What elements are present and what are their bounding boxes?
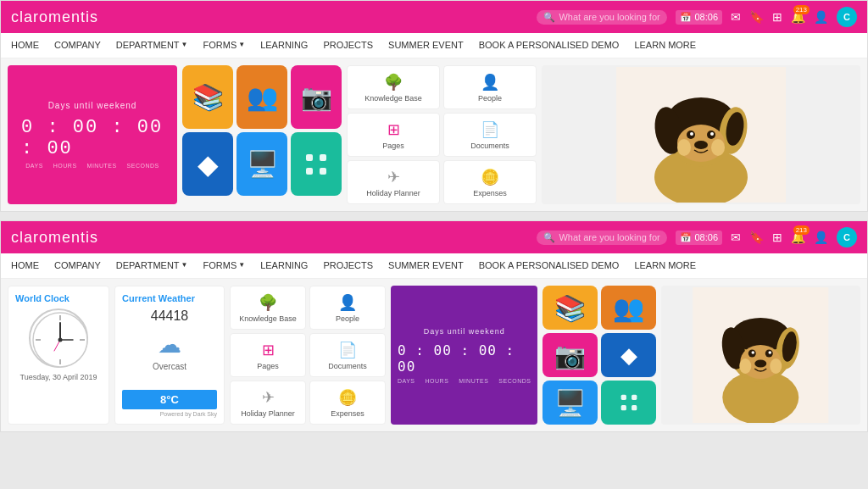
countdown-sublabels-1: DAYS HOURS MINUTES SECONDS [25, 163, 159, 169]
holiday-label-2: Holiday Planner [241, 409, 295, 418]
nav-forms-1[interactable]: FORMS▼ [203, 33, 246, 58]
app-link-people-1[interactable]: 👤 People [443, 65, 537, 109]
nav-demo-2[interactable]: BOOK A PERSONALISED DEMO [479, 253, 620, 278]
dog-svg-1 [542, 67, 860, 203]
icon-tile-group-2[interactable]: 👥 [601, 286, 656, 330]
nav-home-2[interactable]: HOME [11, 253, 39, 278]
svg-rect-0 [306, 154, 313, 161]
search-bar-1[interactable]: 🔍 [537, 10, 667, 25]
nav-demo-1[interactable]: BOOK A PERSONALISED DEMO [479, 33, 620, 58]
icon-tile-slack-1[interactable] [291, 132, 342, 196]
grid-icon-2[interactable]: ⊞ [772, 231, 782, 244]
calendar-icon-1: 📅 [680, 12, 692, 23]
icon-tile-monitor-2[interactable]: 🖥️ [542, 381, 598, 425]
user-icon-1[interactable]: 👤 [814, 10, 828, 24]
cloud-icon: ☁ [158, 331, 181, 358]
content-1: Days until weekend 0 : 00 : 00 : 00 DAYS… [1, 58, 867, 211]
nav-company-1[interactable]: COMPANY [54, 33, 101, 58]
app-link-pages-2[interactable]: ⊞ Pages [230, 333, 306, 377]
slack-svg-2 [617, 391, 641, 414]
nav-company-2[interactable]: COMPANY [54, 253, 101, 278]
weather-tile: Current Weather 44418 ☁ Overcast 8°C Pow… [114, 286, 225, 425]
dog-svg-2 [661, 287, 860, 423]
countdown-time-2: 0 : 00 : 00 : 00 [398, 342, 531, 375]
nav-home-1[interactable]: HOME [11, 33, 39, 58]
clock-date: Tuesday, 30 April 2019 [15, 373, 102, 381]
svg-point-46 [771, 358, 782, 374]
time-badge-2: 📅 08:06 [676, 231, 722, 245]
knowledge-icon-2: 🌳 [259, 293, 277, 312]
notification-icon-2[interactable]: 🔔 213 [791, 230, 805, 245]
world-clock-tile: World Clock Tuesday, 30 April 2019 [8, 286, 109, 425]
app-link-knowledge-1[interactable]: 🌳 Knowledge Base [347, 65, 440, 109]
app-link-knowledge-2[interactable]: 🌳 Knowledge Base [230, 286, 306, 330]
nav-learn-2[interactable]: LEARN MORE [634, 253, 696, 278]
icon-tile-slack-2[interactable] [601, 381, 656, 425]
icon-tile-instagram-2[interactable]: 📷 [542, 333, 598, 377]
app-links-grid-2: 🌳 Knowledge Base 👤 People ⊞ Pages 📄 Docu… [230, 286, 386, 425]
nav-projects-2[interactable]: PROJECTS [323, 253, 373, 278]
search-input-2[interactable] [559, 232, 660, 242]
countdown-time-1: 0 : 00 : 00 : 00 [21, 117, 164, 159]
nav-learning-1[interactable]: LEARNING [260, 33, 308, 58]
app-icons-grid-1: 📚 👥 📷 ◆ 🖥️ [182, 65, 342, 204]
app-link-holiday-1[interactable]: ✈ Holiday Planner [347, 160, 440, 204]
weather-desc: Overcast [153, 362, 186, 371]
notification-icon-1[interactable]: 🔔 213 [791, 9, 805, 25]
search-icon-1: 🔍 [543, 12, 555, 23]
icon-tile-diamond-2[interactable]: ◆ [601, 333, 656, 377]
app-link-documents-1[interactable]: 📄 Documents [443, 113, 537, 157]
documents-icon-1: 📄 [481, 120, 499, 139]
nav-learn-1[interactable]: LEARN MORE [634, 33, 696, 58]
nav-learning-2[interactable]: LEARNING [260, 253, 308, 278]
app-link-holiday-2[interactable]: ✈ Holiday Planner [230, 381, 306, 425]
svg-rect-29 [632, 395, 637, 400]
app-link-people-2[interactable]: 👤 People [309, 286, 386, 330]
nav-summer-2[interactable]: SUMMER EVENT [388, 253, 464, 278]
app-link-expenses-1[interactable]: 🪙 Expenses [443, 160, 537, 204]
icon-tile-instagram-1[interactable]: 📷 [291, 65, 342, 129]
weather-icon-area: ☁ Overcast [122, 327, 217, 386]
app-link-pages-1[interactable]: ⊞ Pages [347, 113, 440, 157]
nav-forms-2[interactable]: FORMS▼ [203, 253, 246, 278]
icon-tile-diamond-1[interactable]: ◆ [182, 132, 233, 196]
nav-department-2[interactable]: DEPARTMENT▼ [116, 253, 188, 278]
email-icon-1[interactable]: ✉ [731, 10, 741, 24]
pages-icon-1: ⊞ [387, 120, 400, 139]
svg-point-43 [769, 351, 772, 354]
svg-point-18 [711, 139, 725, 156]
icon-tile-book-1[interactable]: 📚 [182, 65, 233, 129]
email-icon-2[interactable]: ✉ [731, 231, 741, 244]
bookmark-icon-1[interactable]: 🔖 [749, 10, 764, 24]
app-link-documents-2[interactable]: 📄 Documents [309, 333, 386, 377]
pages-label-2: Pages [257, 362, 279, 370]
knowledge-label-2: Knowledge Base [239, 314, 297, 323]
nav-department-1[interactable]: DEPARTMENT▼ [116, 33, 188, 58]
search-input-1[interactable] [559, 12, 660, 22]
documents-icon-2: 📄 [338, 341, 357, 359]
search-bar-2[interactable]: 🔍 [537, 231, 667, 245]
icon-tile-monitor-1[interactable]: 🖥️ [236, 132, 287, 196]
sublabel-hours-2: HOURS [426, 378, 449, 384]
forms-arrow-2: ▼ [238, 261, 245, 269]
expenses-label-2: Expenses [331, 409, 364, 418]
nav-summer-1[interactable]: SUMMER EVENT [388, 33, 464, 58]
header-1: claromentis 🔍 📅 08:06 ✉ 🔖 ⊞ 🔔 213 👤 C [1, 1, 867, 33]
icon-tile-group-1[interactable]: 👥 [236, 65, 287, 129]
svg-point-45 [740, 358, 752, 374]
grid-icon-1[interactable]: ⊞ [772, 10, 782, 24]
bookmark-icon-2[interactable]: 🔖 [749, 231, 764, 244]
people-label-1: People [478, 94, 502, 103]
powered-by: Powered by Dark Sky [122, 411, 217, 417]
world-clock-title: World Clock [15, 293, 102, 303]
countdown-label-2: Days until weekend [424, 327, 505, 336]
app-link-expenses-2[interactable]: 🪙 Expenses [309, 381, 386, 425]
avatar-2[interactable]: C [837, 227, 857, 247]
expenses-icon-1: 🪙 [481, 168, 499, 186]
people-icon-1: 👤 [481, 73, 499, 92]
app-links-grid-1: 🌳 Knowledge Base 👤 People ⊞ Pages 📄 Docu… [347, 65, 537, 204]
nav-projects-1[interactable]: PROJECTS [323, 33, 373, 58]
avatar-1[interactable]: C [837, 7, 857, 27]
icon-tile-book-2[interactable]: 📚 [542, 286, 598, 330]
user-icon-2[interactable]: 👤 [814, 231, 828, 244]
